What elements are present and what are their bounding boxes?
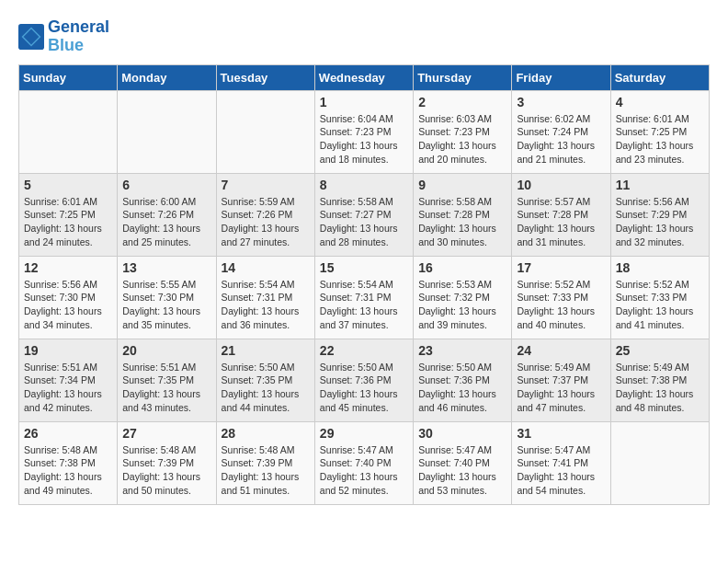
day-number: 4 [616,95,704,109]
calendar-day-cell: 22Sunrise: 5:50 AM Sunset: 7:36 PM Dayli… [314,339,413,421]
calendar-day-cell: 31Sunrise: 5:47 AM Sunset: 7:41 PM Dayli… [512,421,610,504]
calendar-week-row: 5Sunrise: 6:01 AM Sunset: 7:25 PM Daylig… [19,173,710,256]
day-number: 3 [517,95,605,109]
day-info: Sunrise: 5:55 AM Sunset: 7:30 PM Dayligh… [122,278,210,332]
day-info: Sunrise: 6:01 AM Sunset: 7:25 PM Dayligh… [616,112,704,167]
calendar-day-cell: 23Sunrise: 5:50 AM Sunset: 7:36 PM Dayli… [414,339,512,421]
day-number: 11 [616,178,704,192]
day-number: 31 [517,426,605,441]
calendar-body: 1Sunrise: 6:04 AM Sunset: 7:23 PM Daylig… [19,90,710,504]
day-number: 27 [122,426,210,441]
calendar-day-cell: 29Sunrise: 5:47 AM Sunset: 7:40 PM Dayli… [314,421,413,504]
calendar-day-cell [118,90,216,173]
day-info: Sunrise: 5:48 AM Sunset: 7:39 PM Dayligh… [222,443,310,498]
calendar-day-cell: 30Sunrise: 5:47 AM Sunset: 7:40 PM Dayli… [414,421,512,504]
calendar-day-cell: 12Sunrise: 5:56 AM Sunset: 7:30 PM Dayli… [19,256,118,339]
day-info: Sunrise: 5:57 AM Sunset: 7:28 PM Dayligh… [517,195,605,249]
day-info: Sunrise: 5:51 AM Sunset: 7:34 PM Dayligh… [24,361,112,415]
calendar-day-cell: 16Sunrise: 5:53 AM Sunset: 7:32 PM Dayli… [414,256,512,339]
weekday-header-row: SundayMondayTuesdayWednesdayThursdayFrid… [19,64,710,90]
weekday-header-cell: Tuesday [216,64,314,90]
calendar-day-cell: 18Sunrise: 5:52 AM Sunset: 7:33 PM Dayli… [610,256,709,339]
calendar-day-cell: 6Sunrise: 6:00 AM Sunset: 7:26 PM Daylig… [118,173,216,256]
calendar-day-cell: 28Sunrise: 5:48 AM Sunset: 7:39 PM Dayli… [216,421,314,504]
day-info: Sunrise: 6:02 AM Sunset: 7:24 PM Dayligh… [517,112,605,167]
calendar-day-cell: 17Sunrise: 5:52 AM Sunset: 7:33 PM Dayli… [512,256,610,339]
calendar-day-cell [216,90,314,173]
day-number: 22 [320,343,408,358]
calendar-day-cell: 4Sunrise: 6:01 AM Sunset: 7:25 PM Daylig… [610,90,709,173]
day-number: 10 [517,178,605,192]
day-number: 20 [122,343,210,358]
day-number: 25 [616,343,704,358]
weekday-header-cell: Friday [512,64,610,90]
calendar-day-cell: 3Sunrise: 6:02 AM Sunset: 7:24 PM Daylig… [512,90,610,173]
day-number: 17 [517,260,605,275]
weekday-header-cell: Monday [118,64,216,90]
calendar-day-cell: 9Sunrise: 5:58 AM Sunset: 7:28 PM Daylig… [414,173,512,256]
day-info: Sunrise: 5:48 AM Sunset: 7:38 PM Dayligh… [24,443,112,498]
day-number: 28 [222,426,310,441]
day-info: Sunrise: 5:51 AM Sunset: 7:35 PM Dayligh… [122,361,210,415]
calendar-week-row: 26Sunrise: 5:48 AM Sunset: 7:38 PM Dayli… [19,421,710,504]
day-info: Sunrise: 6:04 AM Sunset: 7:23 PM Dayligh… [320,112,408,167]
calendar-day-cell [610,421,709,504]
day-number: 8 [320,178,408,192]
day-number: 16 [418,260,506,275]
day-info: Sunrise: 5:54 AM Sunset: 7:31 PM Dayligh… [320,278,408,332]
calendar-day-cell: 7Sunrise: 5:59 AM Sunset: 7:26 PM Daylig… [216,173,314,256]
calendar-week-row: 1Sunrise: 6:04 AM Sunset: 7:23 PM Daylig… [19,90,710,173]
day-info: Sunrise: 5:49 AM Sunset: 7:37 PM Dayligh… [517,361,605,415]
calendar-table: SundayMondayTuesdayWednesdayThursdayFrid… [18,64,710,505]
day-info: Sunrise: 5:49 AM Sunset: 7:38 PM Dayligh… [616,361,704,415]
day-info: Sunrise: 5:54 AM Sunset: 7:31 PM Dayligh… [222,278,310,332]
weekday-header-cell: Wednesday [314,64,413,90]
day-number: 5 [24,178,112,192]
calendar-day-cell: 8Sunrise: 5:58 AM Sunset: 7:27 PM Daylig… [314,173,413,256]
day-info: Sunrise: 5:56 AM Sunset: 7:29 PM Dayligh… [616,195,704,249]
weekday-header-cell: Saturday [610,64,709,90]
day-number: 14 [222,260,310,275]
calendar-day-cell: 14Sunrise: 5:54 AM Sunset: 7:31 PM Dayli… [216,256,314,339]
day-number: 21 [222,343,310,358]
day-number: 12 [24,260,112,275]
calendar-day-cell: 1Sunrise: 6:04 AM Sunset: 7:23 PM Daylig… [314,90,413,173]
day-info: Sunrise: 5:58 AM Sunset: 7:28 PM Dayligh… [418,195,506,249]
calendar-day-cell: 24Sunrise: 5:49 AM Sunset: 7:37 PM Dayli… [512,339,610,421]
calendar-week-row: 19Sunrise: 5:51 AM Sunset: 7:34 PM Dayli… [19,339,710,421]
calendar-day-cell: 11Sunrise: 5:56 AM Sunset: 7:29 PM Dayli… [610,173,709,256]
calendar-day-cell: 25Sunrise: 5:49 AM Sunset: 7:38 PM Dayli… [610,339,709,421]
weekday-header-cell: Sunday [19,64,118,90]
day-number: 23 [418,343,506,358]
logo-icon [18,24,44,50]
day-number: 9 [418,178,506,192]
calendar-day-cell: 21Sunrise: 5:50 AM Sunset: 7:35 PM Dayli… [216,339,314,421]
calendar-day-cell: 5Sunrise: 6:01 AM Sunset: 7:25 PM Daylig… [19,173,118,256]
calendar-day-cell: 10Sunrise: 5:57 AM Sunset: 7:28 PM Dayli… [512,173,610,256]
day-info: Sunrise: 5:56 AM Sunset: 7:30 PM Dayligh… [24,278,112,332]
day-info: Sunrise: 5:53 AM Sunset: 7:32 PM Dayligh… [418,278,506,332]
day-number: 2 [418,95,506,109]
calendar-week-row: 12Sunrise: 5:56 AM Sunset: 7:30 PM Dayli… [19,256,710,339]
calendar-day-cell: 19Sunrise: 5:51 AM Sunset: 7:34 PM Dayli… [19,339,118,421]
day-number: 6 [122,178,210,192]
day-number: 29 [320,426,408,441]
day-number: 18 [616,260,704,275]
day-info: Sunrise: 5:52 AM Sunset: 7:33 PM Dayligh… [517,278,605,332]
calendar-day-cell: 27Sunrise: 5:48 AM Sunset: 7:39 PM Dayli… [118,421,216,504]
day-info: Sunrise: 5:50 AM Sunset: 7:35 PM Dayligh… [222,361,310,415]
day-info: Sunrise: 5:48 AM Sunset: 7:39 PM Dayligh… [122,443,210,498]
day-info: Sunrise: 6:03 AM Sunset: 7:23 PM Dayligh… [418,112,506,167]
calendar-day-cell: 2Sunrise: 6:03 AM Sunset: 7:23 PM Daylig… [414,90,512,173]
day-number: 30 [418,426,506,441]
day-info: Sunrise: 5:58 AM Sunset: 7:27 PM Dayligh… [320,195,408,249]
calendar-day-cell [19,90,118,173]
calendar-day-cell: 20Sunrise: 5:51 AM Sunset: 7:35 PM Dayli… [118,339,216,421]
day-info: Sunrise: 6:01 AM Sunset: 7:25 PM Dayligh… [24,195,112,249]
day-number: 26 [24,426,112,441]
logo: General Blue [18,18,109,55]
logo-text: General Blue [48,18,109,55]
day-number: 15 [320,260,408,275]
day-number: 19 [24,343,112,358]
day-number: 1 [320,95,408,109]
